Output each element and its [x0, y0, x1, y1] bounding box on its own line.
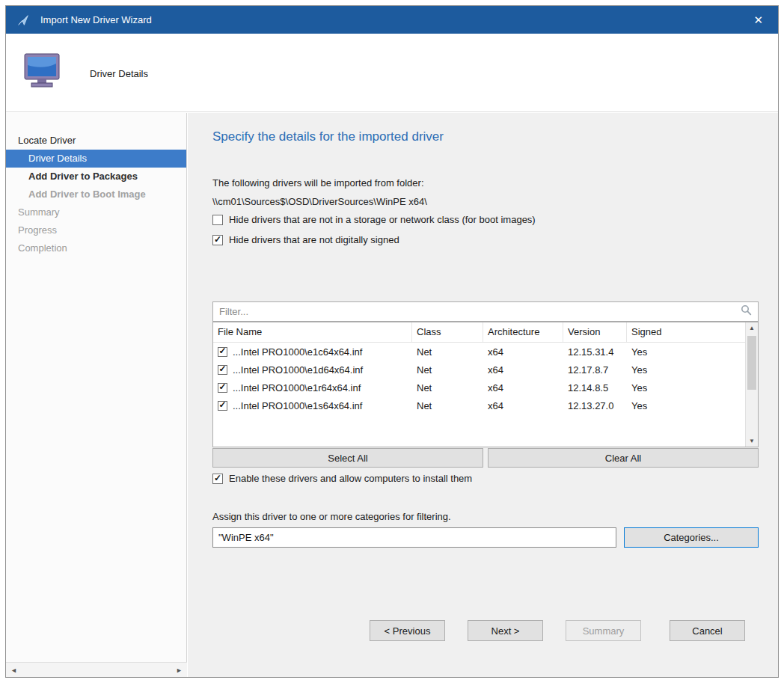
table-row[interactable]: ...Intel PRO1000\e1s64x64.inf Net x64 12… [213, 396, 745, 414]
scroll-left-icon[interactable]: ◄ [10, 667, 17, 674]
enable-drivers-label: Enable these drivers and allow computers… [229, 473, 472, 484]
architecture-cell: x64 [483, 364, 563, 376]
file-name-cell: ...Intel PRO1000\e1c64x64.inf [233, 346, 362, 358]
sidebar-item-locate-driver[interactable]: Locate Driver [6, 132, 186, 150]
assign-category-text: Assign this driver to one or more catego… [212, 511, 451, 522]
categories-button[interactable]: Categories... [624, 527, 759, 548]
previous-button[interactable]: < Previous [370, 620, 445, 641]
column-header-architecture[interactable]: Architecture [483, 322, 563, 342]
driver-table-header: File Name Class Architecture Version Sig… [213, 322, 745, 343]
scroll-up-icon[interactable]: ▲ [749, 325, 755, 331]
scroll-down-icon[interactable]: ▼ [749, 438, 755, 444]
scroll-right-icon[interactable]: ► [176, 667, 183, 674]
class-cell: Net [412, 382, 483, 393]
signed-cell: Yes [627, 346, 745, 358]
column-header-signed[interactable]: Signed [627, 322, 745, 342]
signed-cell: Yes [627, 382, 745, 393]
enable-drivers-checkbox[interactable] [212, 474, 223, 484]
architecture-cell: x64 [483, 346, 563, 358]
file-name-cell: ...Intel PRO1000\e1r64x64.inf [233, 382, 361, 393]
sidebar-item-progress: Progress [6, 221, 186, 239]
column-header-version[interactable]: Version [563, 322, 627, 342]
import-folder-path: \\cm01\Sources$\OSD\DriverSources\WinPE … [212, 196, 427, 207]
sidebar-item-driver-details[interactable]: Driver Details [6, 150, 186, 168]
row-checkbox[interactable] [218, 347, 227, 357]
version-cell: 12.13.27.0 [563, 400, 627, 411]
sidebar-item-completion: Completion [6, 239, 186, 257]
content-heading: Specify the details for the imported dri… [212, 129, 444, 144]
architecture-cell: x64 [483, 400, 563, 411]
version-cell: 12.14.8.5 [563, 382, 627, 393]
window-title: Import New Driver Wizard [40, 14, 152, 25]
hide-storage-label: Hide drivers that are not in a storage o… [229, 214, 536, 225]
import-folder-intro: The following drivers will be imported f… [212, 177, 424, 189]
class-cell: Net [412, 364, 483, 376]
wizard-header: Driver Details [6, 34, 778, 112]
row-checkbox[interactable] [218, 383, 227, 393]
wizard-icon [16, 13, 31, 28]
signed-cell: Yes [627, 400, 745, 411]
select-all-button[interactable]: Select All [212, 448, 483, 468]
horizontal-scrollbar[interactable]: ◄ ► [6, 662, 187, 677]
table-row[interactable]: ...Intel PRO1000\e1r64x64.inf Net x64 12… [213, 379, 745, 396]
wizard-content: Specify the details for the imported dri… [188, 113, 778, 677]
table-row[interactable]: ...Intel PRO1000\e1d64x64.inf Net x64 12… [213, 361, 745, 379]
page-title: Driver Details [90, 68, 148, 79]
signed-cell: Yes [627, 364, 745, 376]
computer-icon [24, 53, 67, 92]
next-button[interactable]: Next > [468, 620, 543, 641]
hide-storage-checkbox[interactable] [212, 215, 223, 225]
titlebar: Import New Driver Wizard ✕ [6, 6, 778, 34]
category-input[interactable] [212, 527, 616, 548]
table-row[interactable]: ...Intel PRO1000\e1c64x64.inf Net x64 12… [213, 343, 745, 361]
row-checkbox[interactable] [218, 365, 227, 375]
column-header-class[interactable]: Class [412, 322, 483, 342]
scrollbar-thumb[interactable] [747, 336, 756, 390]
hide-unsigned-checkbox-row: Hide drivers that are not digitally sign… [212, 234, 399, 245]
cancel-button[interactable]: Cancel [670, 620, 745, 641]
filter-box [212, 301, 759, 322]
architecture-cell: x64 [483, 382, 563, 393]
search-icon [741, 304, 752, 319]
clear-all-button[interactable]: Clear All [488, 448, 759, 468]
wizard-steps-sidebar: Locate Driver Driver Details Add Driver … [6, 113, 187, 677]
row-checkbox[interactable] [218, 401, 227, 411]
wizard-body: Locate Driver Driver Details Add Driver … [6, 113, 778, 677]
version-cell: 12.15.31.4 [563, 346, 627, 358]
driver-table: File Name Class Architecture Version Sig… [212, 322, 759, 447]
class-cell: Net [412, 400, 483, 411]
column-header-file-name[interactable]: File Name [213, 322, 412, 342]
select-clear-row: Select All Clear All [212, 448, 759, 468]
enable-drivers-checkbox-row: Enable these drivers and allow computers… [212, 473, 472, 484]
sidebar-item-summary: Summary [6, 203, 186, 221]
vertical-scrollbar[interactable]: ▲ ▼ [745, 322, 758, 447]
sidebar-item-add-driver-to-packages[interactable]: Add Driver to Packages [6, 168, 186, 186]
hide-unsigned-label: Hide drivers that are not digitally sign… [229, 234, 399, 245]
hide-unsigned-checkbox[interactable] [212, 235, 223, 245]
file-name-cell: ...Intel PRO1000\e1d64x64.inf [233, 364, 363, 376]
sidebar-item-add-driver-to-boot-image: Add Driver to Boot Image [6, 186, 186, 203]
file-name-cell: ...Intel PRO1000\e1s64x64.inf [233, 400, 362, 411]
summary-button: Summary [566, 620, 641, 641]
wizard-window: Import New Driver Wizard ✕ Driver Detail… [5, 5, 779, 678]
close-button[interactable]: ✕ [749, 12, 768, 28]
class-cell: Net [412, 346, 483, 358]
filter-input[interactable] [219, 306, 741, 317]
hide-storage-checkbox-row: Hide drivers that are not in a storage o… [212, 214, 536, 225]
version-cell: 12.17.8.7 [563, 364, 627, 376]
footer-buttons: < Previous Next > Summary Cancel [212, 620, 745, 641]
